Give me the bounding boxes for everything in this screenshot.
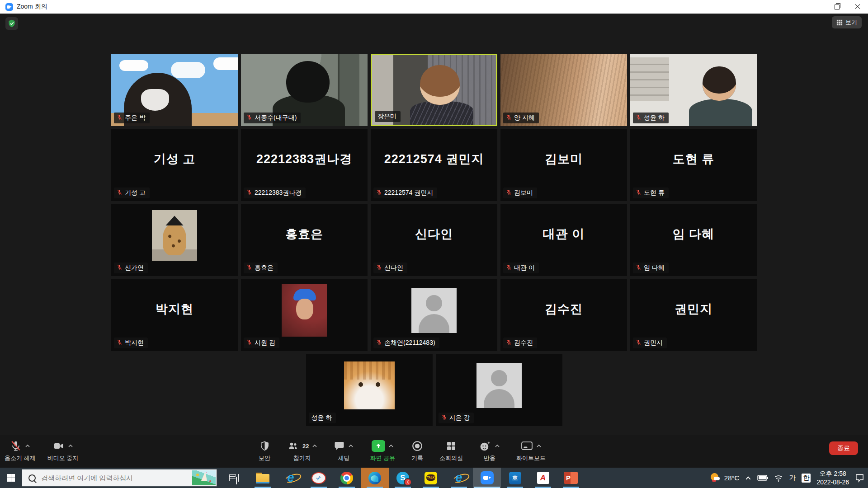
participant-name-text: 양 지혜	[514, 114, 535, 122]
grid-view-icon	[836, 19, 843, 26]
ime-ga-indicator[interactable]: 가	[789, 474, 796, 482]
participant-tile[interactable]: 신다인신다인	[371, 204, 497, 276]
participant-tile[interactable]: 박지현박지현	[111, 279, 238, 351]
taskbar-search[interactable]	[22, 469, 217, 487]
internet-explorer-2-taskbar-button[interactable]: e	[445, 468, 473, 488]
participant-name-text: 홍효은	[255, 264, 274, 272]
korean-office-taskbar-button[interactable]: 호	[501, 468, 529, 488]
muted-mic-icon	[376, 189, 382, 197]
participant-name-text: 시원 김	[255, 339, 275, 347]
participant-display-name: 김보미	[500, 129, 627, 189]
participant-tile[interactable]: 김수진김수진	[500, 279, 627, 351]
participant-tile[interactable]: 22212574 권민지22212574 권민지	[371, 129, 497, 201]
task-view-taskbar-button[interactable]	[221, 468, 249, 488]
participant-tile[interactable]: 양 지혜	[500, 54, 627, 126]
participants-button[interactable]: 22 참가자	[287, 438, 317, 462]
participant-tile[interactable]: 권민지권민지	[630, 279, 757, 351]
chat-button[interactable]: 채팅	[334, 438, 354, 462]
participant-tile[interactable]: 성윤 하	[306, 354, 433, 426]
participant-tile[interactable]: 도현 류도현 류	[630, 129, 757, 201]
muted-mic-icon	[117, 114, 123, 122]
record-button[interactable]: 기록	[411, 438, 423, 462]
ime-korean-indicator[interactable]: 한	[802, 474, 811, 483]
close-button[interactable]	[847, 0, 868, 14]
edge-taskbar-button[interactable]	[361, 468, 389, 488]
breakout-rooms-button[interactable]: 소회의실	[439, 438, 463, 462]
record-label: 기록	[411, 454, 423, 462]
participant-name-text: 성윤 하	[644, 114, 665, 122]
shield-icon	[259, 440, 270, 452]
restore-button[interactable]	[826, 0, 847, 14]
whiteboard-button[interactable]: 화이트보드	[516, 438, 546, 462]
muted-mic-icon	[246, 339, 252, 347]
participant-tile[interactable]: 대관 이대관 이	[500, 204, 627, 276]
participant-name-text: 박지현	[125, 339, 144, 347]
end-meeting-button[interactable]: 종료	[829, 441, 858, 455]
reactions-button[interactable]: 반응	[479, 438, 500, 462]
participants-icon	[287, 441, 299, 451]
participant-name-label: 홍효은	[244, 263, 278, 273]
share-screen-button[interactable]: 화면 공유	[370, 438, 395, 462]
participant-tile[interactable]: 주은 박	[111, 54, 238, 126]
participant-name-text: 임 다혜	[644, 264, 665, 272]
participant-name-text: 서종수(대구대)	[255, 114, 297, 122]
internet-explorer-taskbar-button[interactable]: e	[277, 468, 305, 488]
taskbar-clock[interactable]: 오후 2:58 2022-08-26	[816, 469, 849, 487]
zoom-taskbar-button[interactable]	[473, 468, 501, 488]
internet-explorer-icon: e	[287, 471, 294, 485]
chevron-up-icon[interactable]	[495, 444, 500, 448]
tray-expand-chevron-icon[interactable]	[745, 476, 751, 480]
participant-tile[interactable]: 기성 고기성 고	[111, 129, 238, 201]
zoom-icon	[481, 471, 494, 484]
share-screen-icon	[372, 440, 385, 452]
participant-tile[interactable]: 장은미	[371, 54, 497, 126]
muted-mic-icon	[246, 264, 252, 272]
participant-tile[interactable]: 지은 강	[436, 354, 562, 426]
chevron-up-icon[interactable]	[25, 444, 30, 448]
wifi-icon[interactable]	[774, 474, 783, 482]
snipping-tool-taskbar-button[interactable]: ✂	[305, 468, 333, 488]
participant-tile[interactable]: 22212383권나경22212383권나경	[241, 129, 368, 201]
chevron-up-icon[interactable]	[388, 444, 394, 448]
search-highlight-illustration-icon[interactable]	[192, 470, 216, 485]
gallery-row: 주은 박서종수(대구대)장은미양 지혜성윤 하	[111, 54, 757, 126]
skype-taskbar-button[interactable]: S	[389, 468, 417, 488]
search-input[interactable]	[40, 474, 178, 482]
participant-avatar-silhouette	[476, 363, 522, 408]
view-button-label: 보기	[845, 19, 857, 27]
powerpoint-taskbar-button[interactable]: P	[557, 468, 585, 488]
battery-icon[interactable]	[757, 475, 768, 481]
participant-tile[interactable]: 홍효은홍효은	[241, 204, 368, 276]
weather-widget[interactable]: 28°C	[710, 473, 740, 483]
participant-name-text: 지은 강	[449, 414, 470, 422]
participant-tile[interactable]: 임 다혜임 다혜	[630, 204, 757, 276]
action-center-icon[interactable]	[855, 474, 864, 483]
security-verified-badge[interactable]	[5, 17, 18, 30]
participants-label: 참가자	[293, 454, 311, 462]
participant-display-name: 홍효은	[241, 204, 368, 264]
unmute-button[interactable]: 음소거 해제	[5, 438, 36, 462]
participant-tile[interactable]: 성윤 하	[630, 54, 757, 126]
participant-tile[interactable]: 신가연	[111, 204, 238, 276]
security-button[interactable]: 보안	[259, 438, 270, 462]
participant-name-label: 손채연(22112483)	[373, 338, 439, 348]
minimize-button[interactable]	[806, 0, 826, 14]
view-button[interactable]: 보기	[832, 16, 862, 28]
chevron-up-icon[interactable]	[536, 444, 542, 448]
chrome-taskbar-button[interactable]	[333, 468, 361, 488]
kakaotalk-taskbar-button[interactable]: TALK	[417, 468, 445, 488]
participant-tile[interactable]: 서종수(대구대)	[241, 54, 368, 126]
stop-video-button[interactable]: 비디오 중지	[47, 438, 79, 462]
participant-name-label: 김보미	[503, 188, 537, 198]
acrobat-taskbar-button[interactable]: A	[529, 468, 557, 488]
chevron-up-icon[interactable]	[312, 444, 317, 448]
participant-tile[interactable]: 손채연(22112483)	[371, 279, 497, 351]
chevron-up-icon[interactable]	[348, 444, 354, 448]
participant-tile[interactable]: 김보미김보미	[500, 129, 627, 201]
chevron-up-icon[interactable]	[68, 444, 73, 448]
participant-display-name: 권민지	[630, 279, 757, 339]
start-button[interactable]	[0, 468, 22, 488]
file-explorer-taskbar-button[interactable]	[249, 468, 277, 488]
participant-tile[interactable]: 시원 김	[241, 279, 368, 351]
participant-display-name: 임 다혜	[630, 204, 757, 264]
